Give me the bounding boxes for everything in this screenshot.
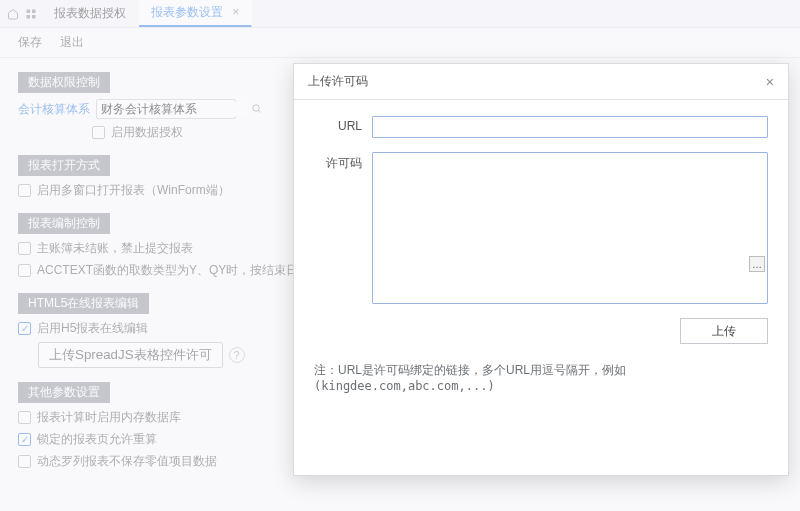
modal-body: URL 许可码 上传 注：URL是许可码绑定的链接，多个URL用逗号隔开，例如 … xyxy=(294,100,788,475)
license-code-textarea[interactable] xyxy=(372,152,768,304)
modal-header: 上传许可码 × xyxy=(294,64,788,100)
close-icon[interactable]: × xyxy=(766,74,774,90)
license-code-label: 许可码 xyxy=(314,152,362,304)
url-label: URL xyxy=(314,116,362,138)
upload-license-modal: 上传许可码 × URL 许可码 上传 注：URL是许可码绑定的链接，多个URL用… xyxy=(293,63,789,476)
note-example: (kingdee.com,abc.com,...) xyxy=(314,379,495,393)
url-input[interactable] xyxy=(372,116,768,138)
note-text: 注：URL是许可码绑定的链接，多个URL用逗号隔开，例如 (kingdee.co… xyxy=(314,362,768,393)
note-prefix: 注：URL是许可码绑定的链接，多个URL用逗号隔开，例如 xyxy=(314,363,626,377)
upload-button[interactable]: 上传 xyxy=(680,318,768,344)
modal-title: 上传许可码 xyxy=(308,73,368,90)
ellipsis-button[interactable]: … xyxy=(749,256,765,272)
